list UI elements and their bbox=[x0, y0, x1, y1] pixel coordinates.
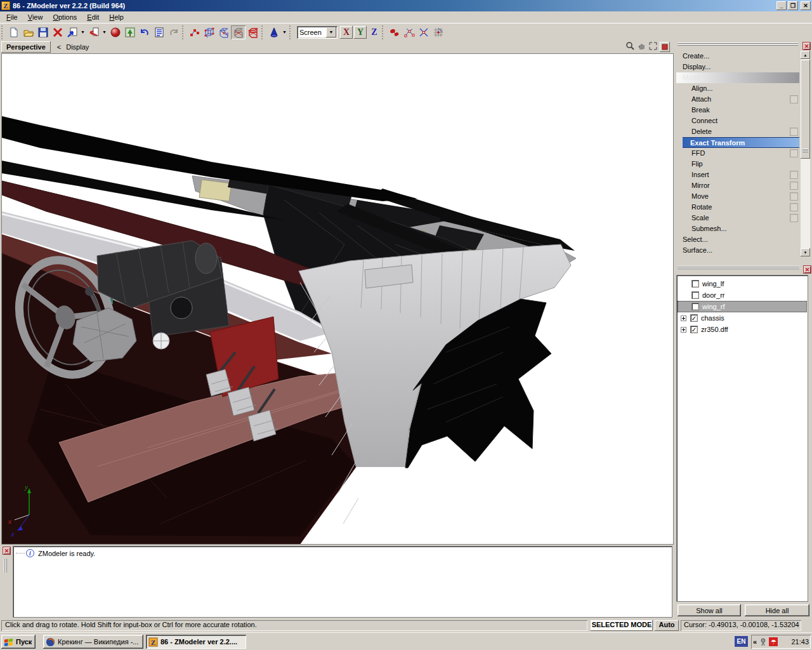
import-icon[interactable] bbox=[65, 25, 79, 39]
cmd-surface[interactable]: Surface... bbox=[676, 245, 799, 256]
cmd-rotate-checkbox[interactable] bbox=[790, 203, 798, 211]
cmd-break[interactable]: Break bbox=[676, 105, 799, 116]
scrollbar-thumb[interactable] bbox=[801, 60, 810, 159]
cmd-display[interactable]: Display... bbox=[676, 62, 799, 72]
cmd-move[interactable]: Move bbox=[676, 191, 799, 202]
menu-options[interactable]: Options bbox=[48, 12, 82, 22]
tree-row-wing-lf[interactable]: wing_lf bbox=[678, 278, 807, 289]
scene-panel-close-icon[interactable]: ✕ bbox=[803, 265, 811, 274]
hide-all-button[interactable]: Hide all bbox=[745, 604, 809, 616]
restore-button[interactable]: ❐ bbox=[788, 1, 798, 10]
cmd-align[interactable]: Align... bbox=[676, 83, 799, 94]
scroll-up-icon[interactable]: ▲ bbox=[801, 51, 810, 59]
cmd-flip[interactable]: Flip bbox=[676, 159, 799, 169]
select-points-icon[interactable] bbox=[387, 25, 402, 39]
tree-row-chassis[interactable]: ✓ chassis bbox=[678, 312, 807, 324]
minimize-button[interactable]: _ bbox=[776, 1, 787, 10]
view-combobox[interactable]: Screen ▼ bbox=[297, 26, 337, 39]
task-firefox[interactable]: Крекинг — Википедия -... bbox=[43, 635, 143, 649]
wing-lf-checkbox[interactable] bbox=[691, 280, 699, 288]
message-log-close-icon[interactable]: ✕ bbox=[3, 547, 11, 555]
show-all-button[interactable]: Show all bbox=[678, 604, 741, 616]
cmd-move-checkbox[interactable] bbox=[790, 192, 798, 201]
axis-z-button[interactable]: Z bbox=[368, 26, 381, 39]
axis-x-button[interactable]: X bbox=[340, 26, 353, 39]
vertices-mode-icon[interactable] bbox=[187, 25, 202, 39]
chassis-checkbox[interactable]: ✓ bbox=[690, 314, 698, 322]
cmd-exact-transform[interactable]: Exact Transform bbox=[683, 137, 799, 148]
command-scrollbar[interactable]: ▲ ▼ bbox=[801, 51, 810, 256]
break-cross-icon[interactable] bbox=[416, 25, 431, 39]
export-icon[interactable] bbox=[86, 25, 101, 39]
back-chevron[interactable]: < bbox=[57, 43, 61, 51]
task-zmodeler[interactable]: Z 86 - ZModeler ver 2.2.... bbox=[146, 635, 246, 649]
viewport-mode-label[interactable]: Display bbox=[66, 43, 89, 51]
cmd-attach-checkbox[interactable] bbox=[790, 95, 798, 103]
cone-dropdown-icon[interactable]: ▼ bbox=[281, 25, 288, 39]
menu-view[interactable]: View bbox=[23, 12, 48, 22]
cmd-attach[interactable]: Attach bbox=[676, 94, 799, 105]
door-rr-checkbox[interactable] bbox=[691, 291, 699, 299]
move-vertex-icon[interactable] bbox=[402, 25, 416, 39]
viewport-tab-perspective[interactable]: Perspective bbox=[1, 41, 51, 53]
cube-vertices-icon[interactable] bbox=[202, 25, 216, 39]
toolbar-grip[interactable] bbox=[289, 25, 293, 39]
menu-help[interactable]: Help bbox=[104, 12, 129, 22]
audio-device-icon[interactable] bbox=[759, 637, 768, 646]
zoom-icon[interactable] bbox=[625, 41, 635, 52]
snap-grid-icon[interactable] bbox=[431, 25, 445, 39]
panel-grip[interactable] bbox=[4, 559, 8, 574]
toolbar-grip[interactable] bbox=[1, 25, 5, 39]
zr350-checkbox[interactable]: ✓ bbox=[690, 326, 698, 333]
start-button[interactable]: Пуск bbox=[1, 635, 36, 649]
command-panel-close-icon[interactable]: ✕ bbox=[802, 42, 811, 50]
status-auto-toggle[interactable]: Auto bbox=[655, 620, 679, 631]
cube-faces-icon-pressed[interactable] bbox=[231, 25, 246, 39]
cmd-delete-checkbox[interactable] bbox=[790, 128, 798, 136]
tree-row-door-rr[interactable]: door_rr bbox=[678, 289, 807, 301]
toolbar-grip[interactable] bbox=[261, 25, 265, 39]
cube-edges-icon[interactable] bbox=[216, 25, 231, 39]
panel-grip[interactable] bbox=[678, 43, 798, 47]
cmd-mirror-checkbox[interactable] bbox=[790, 182, 798, 190]
language-indicator[interactable]: EN bbox=[735, 636, 748, 647]
viewport-3d-canvas[interactable]: y x z bbox=[1, 53, 674, 545]
combobox-dropdown-icon[interactable]: ▼ bbox=[326, 27, 336, 37]
cmd-submesh[interactable]: Submesh... bbox=[676, 223, 799, 234]
log-entry[interactable]: i ZModeler is ready. bbox=[16, 549, 95, 557]
wing-rf-checkbox[interactable] bbox=[691, 303, 699, 310]
save-file-icon[interactable] bbox=[36, 25, 50, 39]
cmd-connect[interactable]: Connect bbox=[676, 116, 799, 126]
open-file-icon[interactable] bbox=[21, 25, 36, 39]
cmd-select[interactable]: Select... bbox=[676, 234, 799, 245]
new-file-icon[interactable] bbox=[6, 25, 21, 39]
cmd-rotate[interactable]: Rotate bbox=[676, 202, 799, 213]
expand-plus-icon[interactable] bbox=[681, 327, 686, 333]
status-selected-mode[interactable]: SELECTED MODE bbox=[591, 620, 653, 631]
avira-icon[interactable]: ☂ bbox=[769, 637, 778, 646]
export-dropdown-icon[interactable]: ▼ bbox=[101, 25, 108, 39]
delete-icon[interactable] bbox=[50, 25, 65, 39]
toolbar-grip[interactable] bbox=[182, 25, 186, 39]
toolbar-grip[interactable] bbox=[382, 25, 386, 39]
cmd-modify[interactable]: Modify... bbox=[676, 72, 799, 83]
axis-y-button[interactable]: Y bbox=[354, 26, 367, 39]
import-dropdown-icon[interactable]: ▼ bbox=[79, 25, 86, 39]
tray-chevron[interactable]: « bbox=[753, 638, 757, 646]
region-icon[interactable] bbox=[648, 41, 658, 52]
material-sphere-icon[interactable] bbox=[108, 25, 122, 39]
object-list-icon[interactable] bbox=[152, 25, 166, 39]
cmd-scale[interactable]: Scale bbox=[676, 213, 799, 223]
panel-grip[interactable] bbox=[678, 266, 799, 270]
close-button[interactable]: ✕ bbox=[801, 1, 811, 10]
cmd-scale-checkbox[interactable] bbox=[790, 214, 798, 222]
cmd-insert[interactable]: Insert bbox=[676, 169, 799, 180]
tree-row-wing-rf[interactable]: wing_rf bbox=[678, 301, 807, 312]
tree-row-zr350[interactable]: ✓ zr350.dff bbox=[678, 324, 807, 335]
cmd-ffd[interactable]: FFD bbox=[676, 148, 799, 159]
cone-tool-icon[interactable] bbox=[266, 25, 281, 39]
cmd-mirror[interactable]: Mirror bbox=[676, 180, 799, 191]
viewport-maximize-icon[interactable] bbox=[660, 42, 670, 52]
menu-file[interactable]: File bbox=[1, 12, 23, 22]
texture-view-icon[interactable] bbox=[122, 25, 137, 39]
